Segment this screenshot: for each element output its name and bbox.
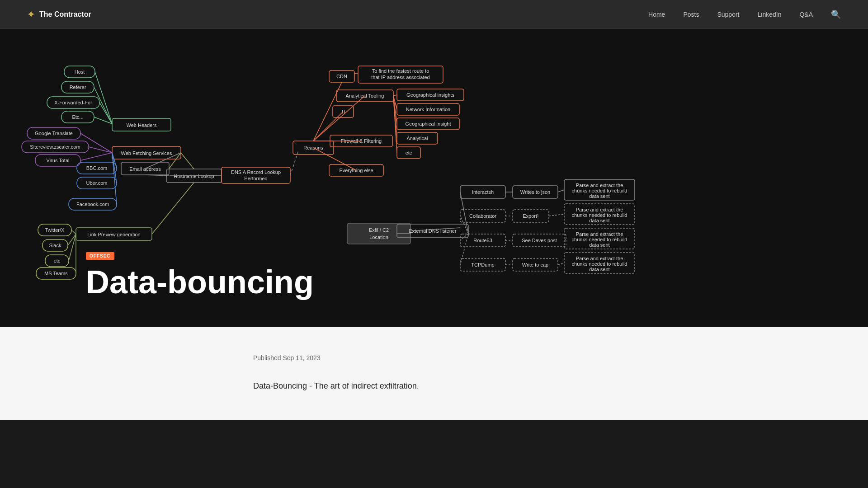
svg-text:Link Preview generation: Link Preview generation <box>87 232 140 237</box>
svg-text:Analytical: Analytical <box>406 136 428 141</box>
svg-text:MS Teams: MS Teams <box>44 271 68 276</box>
svg-text:chunks needed to rebuild: chunks needed to rebuild <box>572 237 627 242</box>
svg-text:X-Forwarded-For: X-Forwarded-For <box>54 100 92 105</box>
svg-text:Interactsh: Interactsh <box>472 189 494 195</box>
svg-text:Location: Location <box>369 235 388 240</box>
svg-text:Exfil / C2: Exfil / C2 <box>369 227 389 233</box>
logo-icon: ✦ <box>27 9 35 20</box>
svg-text:Parse and extract the: Parse and extract the <box>576 231 623 237</box>
navigation: ✦ The Contractor Home Posts Support Link… <box>0 0 868 29</box>
page-title: Data-bouncing <box>86 264 314 300</box>
content-inner: Published Sep 11, 2023 Data-Bouncing - T… <box>253 354 615 393</box>
svg-text:BBC.com: BBC.com <box>86 165 107 171</box>
svg-text:chunks needed to rebuild: chunks needed to rebuild <box>572 212 627 218</box>
svg-text:etc: etc <box>54 258 61 263</box>
svg-text:Google Translate: Google Translate <box>35 131 73 136</box>
svg-text:Web Fetching Services: Web Fetching Services <box>121 150 172 156</box>
hero-title-area: OFFSEC Data-bouncing <box>86 251 314 300</box>
offsec-badge: OFFSEC <box>86 252 114 260</box>
svg-text:Geographical Insight: Geographical Insight <box>406 121 451 127</box>
svg-text:Slack: Slack <box>49 243 61 248</box>
nav-home[interactable]: Home <box>648 11 665 18</box>
svg-text:Sitereview.zscaler.com: Sitereview.zscaler.com <box>30 144 80 150</box>
nav-linkedin[interactable]: LinkedIn <box>757 11 781 18</box>
svg-text:data sent: data sent <box>589 193 609 199</box>
content-section: Published Sep 11, 2023 Data-Bouncing - T… <box>0 327 868 420</box>
svg-text:See Daves post: See Daves post <box>522 238 557 243</box>
svg-text:Virus Total: Virus Total <box>47 158 70 163</box>
svg-text:DNS A Record Lookup: DNS A Record Lookup <box>231 169 281 175</box>
hero-section: Web Headers Host Referer X-Forwarded-For… <box>0 29 868 327</box>
svg-text:Uber.com: Uber.com <box>86 180 107 186</box>
svg-text:To find the fastest route to: To find the fastest route to <box>372 68 429 74</box>
svg-text:Performed: Performed <box>244 176 267 181</box>
svg-text:Write to cap: Write to cap <box>522 262 549 267</box>
published-date: Published Sep 11, 2023 <box>253 354 615 361</box>
svg-text:Parse and extract the: Parse and extract the <box>576 183 623 188</box>
svg-line-60 <box>170 175 222 176</box>
nav-support[interactable]: Support <box>717 11 739 18</box>
svg-text:Facebook.com: Facebook.com <box>76 202 109 207</box>
svg-text:Collaborator: Collaborator <box>469 213 496 219</box>
svg-text:Email address: Email address <box>129 166 161 172</box>
svg-text:TCPDump: TCPDump <box>471 262 494 267</box>
svg-text:Writes to json: Writes to json <box>520 189 550 195</box>
svg-text:data sent: data sent <box>589 218 609 223</box>
svg-text:that IP address associated: that IP address associated <box>371 75 429 80</box>
nav-posts[interactable]: Posts <box>683 11 699 18</box>
svg-text:External DNS listener: External DNS listener <box>409 228 456 234</box>
svg-text:Web Headers: Web Headers <box>126 122 157 128</box>
svg-text:Referer: Referer <box>70 84 86 90</box>
svg-text:Route53: Route53 <box>473 238 492 243</box>
logo[interactable]: ✦ The Contractor <box>27 9 91 20</box>
svg-text:Twitter/X: Twitter/X <box>45 227 65 233</box>
svg-text:Etc...: Etc... <box>72 114 83 120</box>
nav-links: Home Posts Support LinkedIn Q&A 🔍 <box>648 9 841 19</box>
svg-text:Network Information: Network Information <box>406 107 450 112</box>
svg-text:etc: etc <box>406 150 412 155</box>
logo-text: The Contractor <box>39 10 91 19</box>
svg-text:Hostname Lookup: Hostname Lookup <box>174 174 214 179</box>
svg-text:data sent: data sent <box>589 267 609 272</box>
svg-text:CDN: CDN <box>336 74 347 79</box>
svg-text:chunks needed to rebuild: chunks needed to rebuild <box>572 261 627 267</box>
svg-text:Parse and extract the: Parse and extract the <box>576 207 623 212</box>
svg-text:Parse and extract the: Parse and extract the <box>576 256 623 261</box>
svg-text:Host: Host <box>75 69 85 75</box>
svg-text:Export¹: Export¹ <box>523 213 539 219</box>
svg-text:Geographical insights: Geographical insights <box>406 92 454 98</box>
svg-text:chunks needed to rebuild: chunks needed to rebuild <box>572 188 627 193</box>
svg-text:data sent: data sent <box>589 242 609 248</box>
nav-qa[interactable]: Q&A <box>799 11 813 18</box>
intro-text: Data-Bouncing - The art of indirect exfi… <box>253 380 615 393</box>
search-icon[interactable]: 🔍 <box>831 9 841 19</box>
